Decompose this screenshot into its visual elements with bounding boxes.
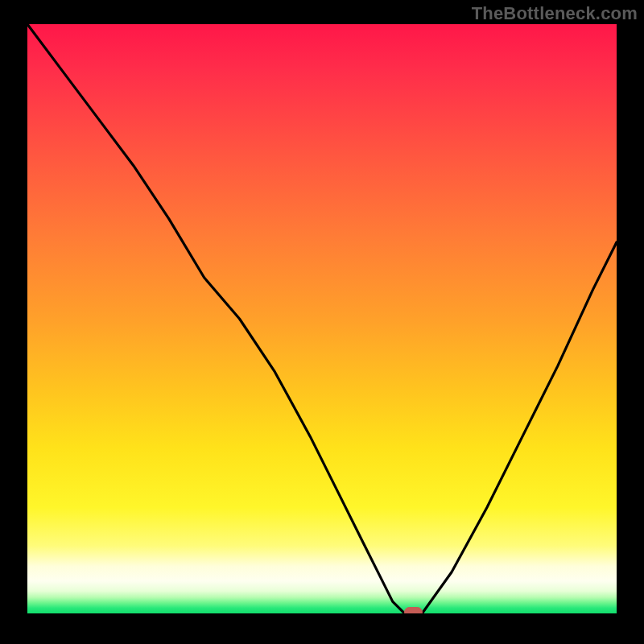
optimal-point-marker [405, 608, 423, 614]
chart-stage: TheBottleneck.com [0, 0, 644, 644]
bottleneck-curve [27, 24, 617, 613]
watermark-text: TheBottleneck.com [472, 3, 638, 24]
curve-svg [27, 24, 617, 613]
plot-area [27, 24, 617, 613]
